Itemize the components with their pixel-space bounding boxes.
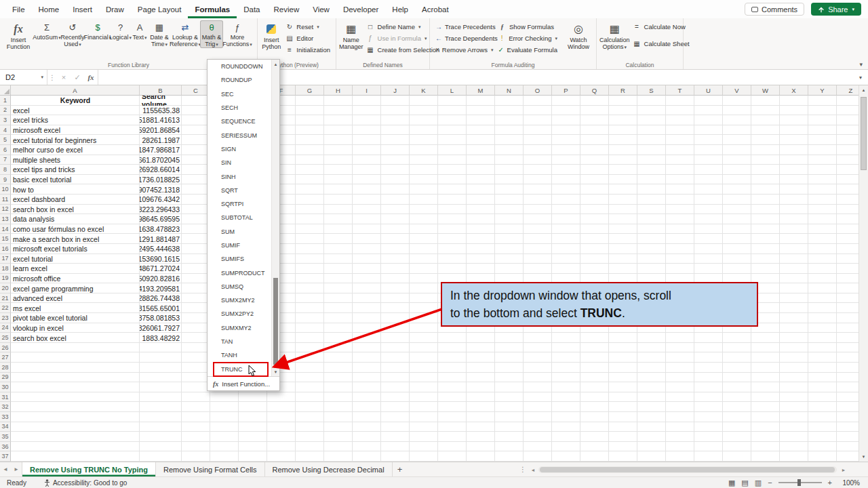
search-volume-cell[interactable]: 907452.1318 bbox=[140, 184, 182, 195]
dropdown-item-sumif[interactable]: SUMIF bbox=[208, 239, 273, 252]
row-header-13[interactable]: 13 bbox=[0, 214, 11, 224]
vertical-scrollbar-thumb[interactable] bbox=[861, 97, 867, 170]
column-header-L[interactable]: L bbox=[438, 85, 467, 96]
dropdown-scrollbar-thumb[interactable] bbox=[273, 278, 278, 365]
more-functions-button[interactable]: ƒ More Functions bbox=[223, 20, 252, 48]
menu-tab-review[interactable]: Review bbox=[267, 0, 306, 18]
menu-tab-view[interactable]: View bbox=[306, 0, 336, 18]
dropdown-item-tanh[interactable]: TANH bbox=[208, 348, 273, 362]
text-button[interactable]: A Text bbox=[131, 20, 149, 41]
column-header-H[interactable]: H bbox=[324, 85, 353, 96]
keyword-cell[interactable]: multiple sheets bbox=[11, 155, 140, 165]
column-header-Z[interactable]: Z bbox=[837, 85, 859, 96]
dropdown-item-sqrtpi[interactable]: SQRTPI bbox=[208, 197, 273, 211]
search-volume-cell[interactable]: 1736.018825 bbox=[140, 175, 182, 185]
expand-formula-bar-icon[interactable]: ▾ bbox=[853, 70, 868, 85]
dropdown-item-sin[interactable]: SIN bbox=[208, 156, 273, 169]
search-volume-cell[interactable]: 1847.986817 bbox=[140, 145, 182, 155]
row-header-31[interactable]: 31 bbox=[0, 392, 11, 403]
editor-button[interactable]: ▤ Editor bbox=[282, 33, 333, 44]
row-header-28[interactable]: 28 bbox=[0, 363, 11, 373]
scroll-down-icon[interactable]: ▼ bbox=[859, 452, 868, 462]
row-header-24[interactable]: 24 bbox=[0, 323, 11, 333]
search-volume-cell[interactable]: 98645.69595 bbox=[140, 214, 182, 224]
column-header-T[interactable]: T bbox=[666, 85, 694, 96]
column-header-P[interactable]: P bbox=[552, 85, 580, 96]
row-header-32[interactable]: 32 bbox=[0, 402, 11, 412]
row-header-17[interactable]: 17 bbox=[0, 254, 11, 264]
row-header-4[interactable]: 4 bbox=[0, 125, 11, 136]
new-sheet-button[interactable]: + bbox=[393, 462, 408, 476]
column-header-I[interactable]: I bbox=[353, 85, 381, 96]
search-volume-cell[interactable]: 326061.7927 bbox=[140, 323, 182, 333]
insert-python-button[interactable]: Insert Python bbox=[260, 20, 282, 51]
column-header-O[interactable]: O bbox=[524, 85, 552, 96]
dropdown-item-sumproduct[interactable]: SUMPRODUCT bbox=[208, 266, 273, 279]
row-header-15[interactable]: 15 bbox=[0, 234, 11, 244]
comments-button[interactable]: Comments bbox=[745, 3, 804, 16]
insert-function-button[interactable]: fx Insert Function bbox=[3, 20, 34, 51]
zoom-out-icon[interactable]: − bbox=[768, 479, 772, 487]
row-header-7[interactable]: 7 bbox=[0, 155, 11, 165]
row-header-12[interactable]: 12 bbox=[0, 205, 11, 215]
search-volume-cell[interactable]: 1638.478823 bbox=[140, 224, 182, 235]
scroll-up-icon[interactable]: ▲ bbox=[859, 85, 868, 95]
sheet-nav-left-icon[interactable]: ◄ bbox=[0, 462, 11, 476]
search-volume-cell[interactable]: 26928.66014 bbox=[140, 165, 182, 175]
dropdown-item-sign[interactable]: SIGN bbox=[208, 142, 273, 156]
search-volume-cell[interactable]: 51881.41613 bbox=[140, 115, 182, 125]
error-checking-button[interactable]: ! Error Checking bbox=[495, 33, 560, 44]
row-header-25[interactable]: 25 bbox=[0, 333, 11, 343]
select-all-corner[interactable] bbox=[0, 85, 11, 96]
keyword-cell[interactable]: microsoft office bbox=[11, 274, 140, 284]
keyword-cell[interactable]: excel tips and tricks bbox=[11, 165, 140, 175]
scroll-down-icon[interactable]: ▼ bbox=[272, 367, 279, 376]
keyword-cell[interactable]: excel bbox=[11, 106, 140, 116]
row-header-5[interactable]: 5 bbox=[0, 135, 11, 145]
search-volume-cell[interactable]: 3223.296433 bbox=[140, 205, 182, 215]
name-box[interactable]: D2 bbox=[0, 70, 47, 85]
evaluate-formula-button[interactable]: ✓ Evaluate Formula bbox=[495, 44, 560, 56]
menu-tab-acrobat[interactable]: Acrobat bbox=[415, 0, 456, 18]
column-header-B[interactable]: B bbox=[140, 85, 182, 96]
row-header-30[interactable]: 30 bbox=[0, 382, 11, 392]
row-header-27[interactable]: 27 bbox=[0, 352, 11, 363]
menu-tab-page-layout[interactable]: Page Layout bbox=[131, 0, 189, 18]
trace-precedents-button[interactable]: → Trace Precedents bbox=[433, 21, 495, 33]
keyword-cell[interactable]: microsoft excel bbox=[11, 125, 140, 136]
keyword-cell[interactable]: how to bbox=[11, 184, 140, 195]
sheet-tab[interactable]: Remove Using Format Cells bbox=[156, 462, 265, 476]
search-volume-cell[interactable]: 50920.82816 bbox=[140, 274, 182, 284]
show-formulas-button[interactable]: ƒ Show Formulas bbox=[495, 21, 560, 33]
insert-function-fx-icon[interactable]: fx bbox=[84, 70, 98, 85]
cancel-icon[interactable]: × bbox=[57, 70, 71, 85]
column-header-A[interactable]: A bbox=[11, 85, 140, 96]
dropdown-item-rounddown[interactable]: ROUNDDOWN bbox=[208, 60, 273, 73]
normal-view-icon[interactable]: ▦ bbox=[728, 479, 735, 487]
column-header-Q[interactable]: Q bbox=[580, 85, 609, 96]
dropdown-item-roundup[interactable]: ROUNDUP bbox=[208, 73, 273, 87]
row-header-6[interactable]: 6 bbox=[0, 145, 11, 155]
menu-tab-formulas[interactable]: Formulas bbox=[188, 0, 237, 18]
row-header-9[interactable]: 9 bbox=[0, 175, 11, 185]
keyword-cell[interactable]: microsoft excel tutorials bbox=[11, 244, 140, 254]
name-manager-button[interactable]: ▦ Name Manager bbox=[339, 20, 363, 51]
keyword-cell[interactable]: advanced excel bbox=[11, 293, 140, 304]
zoom-level[interactable]: 100% bbox=[838, 479, 860, 487]
initialization-button[interactable]: ≡ Initialization bbox=[282, 44, 333, 56]
dropdown-item-sqrt[interactable]: SQRT bbox=[208, 184, 273, 197]
dropdown-item-sumx2my2[interactable]: SUMX2MY2 bbox=[208, 293, 273, 307]
keyword-cell[interactable]: search box in excel bbox=[11, 205, 140, 215]
dropdown-item-sumsq[interactable]: SUMSQ bbox=[208, 280, 273, 293]
search-volume-cell[interactable]: 59201.86854 bbox=[140, 125, 182, 136]
column-header-Y[interactable]: Y bbox=[808, 85, 837, 96]
search-volume-cell[interactable]: 48671.27024 bbox=[140, 264, 182, 274]
dropdown-item-sumifs[interactable]: SUMIFS bbox=[208, 252, 273, 266]
dropdown-item-sumxmy2[interactable]: SUMXMY2 bbox=[208, 321, 273, 335]
row-header-23[interactable]: 23 bbox=[0, 313, 11, 323]
keyword-cell[interactable]: como usar fórmulas no excel bbox=[11, 224, 140, 235]
dropdown-item-seriessum[interactable]: SERIESSUM bbox=[208, 128, 273, 142]
recently-used-button[interactable]: ↺ Recently Used bbox=[60, 20, 85, 48]
financial-button[interactable]: $ Financial bbox=[85, 20, 110, 41]
dropdown-item-sinh[interactable]: SINH bbox=[208, 169, 273, 183]
